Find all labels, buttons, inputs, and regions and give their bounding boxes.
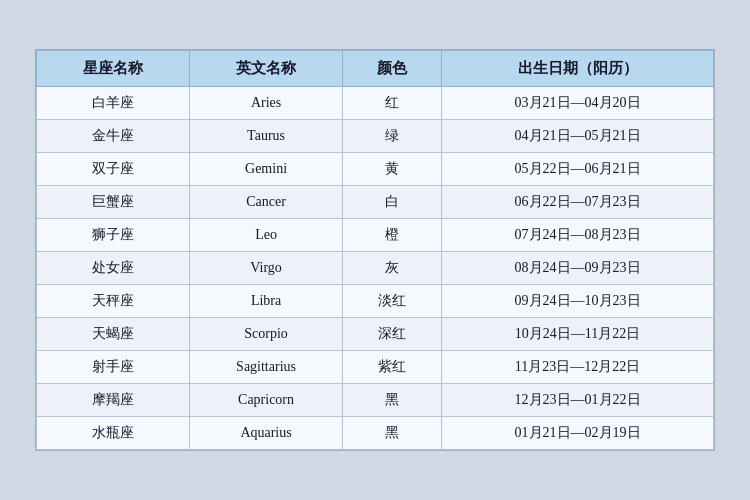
header-dates: 出生日期（阳历）	[442, 51, 714, 87]
cell-dates: 09月24日—10月23日	[442, 285, 714, 318]
cell-english-name: Capricorn	[190, 384, 343, 417]
cell-color: 黄	[343, 153, 442, 186]
cell-dates: 10月24日—11月22日	[442, 318, 714, 351]
cell-english-name: Aquarius	[190, 417, 343, 450]
cell-color: 黑	[343, 417, 442, 450]
table-row: 狮子座Leo橙07月24日—08月23日	[37, 219, 714, 252]
table-row: 双子座Gemini黄05月22日—06月21日	[37, 153, 714, 186]
cell-color: 淡红	[343, 285, 442, 318]
cell-chinese-name: 天秤座	[37, 285, 190, 318]
header-chinese-name: 星座名称	[37, 51, 190, 87]
cell-chinese-name: 射手座	[37, 351, 190, 384]
cell-chinese-name: 双子座	[37, 153, 190, 186]
cell-color: 深红	[343, 318, 442, 351]
cell-color: 红	[343, 87, 442, 120]
cell-english-name: Sagittarius	[190, 351, 343, 384]
cell-english-name: Leo	[190, 219, 343, 252]
cell-color: 橙	[343, 219, 442, 252]
cell-english-name: Scorpio	[190, 318, 343, 351]
cell-dates: 06月22日—07月23日	[442, 186, 714, 219]
cell-chinese-name: 处女座	[37, 252, 190, 285]
cell-dates: 03月21日—04月20日	[442, 87, 714, 120]
cell-dates: 05月22日—06月21日	[442, 153, 714, 186]
cell-color: 黑	[343, 384, 442, 417]
cell-dates: 12月23日—01月22日	[442, 384, 714, 417]
cell-chinese-name: 水瓶座	[37, 417, 190, 450]
cell-dates: 11月23日—12月22日	[442, 351, 714, 384]
cell-english-name: Taurus	[190, 120, 343, 153]
table-row: 白羊座Aries红03月21日—04月20日	[37, 87, 714, 120]
cell-chinese-name: 摩羯座	[37, 384, 190, 417]
cell-english-name: Libra	[190, 285, 343, 318]
cell-dates: 07月24日—08月23日	[442, 219, 714, 252]
zodiac-table-container: 星座名称 英文名称 颜色 出生日期（阳历） 白羊座Aries红03月21日—04…	[35, 49, 715, 451]
cell-color: 灰	[343, 252, 442, 285]
cell-english-name: Cancer	[190, 186, 343, 219]
table-row: 摩羯座Capricorn黑12月23日—01月22日	[37, 384, 714, 417]
table-row: 天秤座Libra淡红09月24日—10月23日	[37, 285, 714, 318]
table-row: 天蝎座Scorpio深红10月24日—11月22日	[37, 318, 714, 351]
cell-color: 紫红	[343, 351, 442, 384]
cell-dates: 04月21日—05月21日	[442, 120, 714, 153]
cell-dates: 01月21日—02月19日	[442, 417, 714, 450]
zodiac-table: 星座名称 英文名称 颜色 出生日期（阳历） 白羊座Aries红03月21日—04…	[36, 50, 714, 450]
cell-color: 绿	[343, 120, 442, 153]
table-row: 射手座Sagittarius紫红11月23日—12月22日	[37, 351, 714, 384]
cell-english-name: Aries	[190, 87, 343, 120]
cell-english-name: Gemini	[190, 153, 343, 186]
header-english-name: 英文名称	[190, 51, 343, 87]
cell-chinese-name: 白羊座	[37, 87, 190, 120]
header-color: 颜色	[343, 51, 442, 87]
cell-dates: 08月24日—09月23日	[442, 252, 714, 285]
table-row: 处女座Virgo灰08月24日—09月23日	[37, 252, 714, 285]
table-row: 巨蟹座Cancer白06月22日—07月23日	[37, 186, 714, 219]
cell-english-name: Virgo	[190, 252, 343, 285]
cell-color: 白	[343, 186, 442, 219]
table-row: 金牛座Taurus绿04月21日—05月21日	[37, 120, 714, 153]
cell-chinese-name: 天蝎座	[37, 318, 190, 351]
table-header-row: 星座名称 英文名称 颜色 出生日期（阳历）	[37, 51, 714, 87]
cell-chinese-name: 金牛座	[37, 120, 190, 153]
cell-chinese-name: 狮子座	[37, 219, 190, 252]
table-row: 水瓶座Aquarius黑01月21日—02月19日	[37, 417, 714, 450]
cell-chinese-name: 巨蟹座	[37, 186, 190, 219]
